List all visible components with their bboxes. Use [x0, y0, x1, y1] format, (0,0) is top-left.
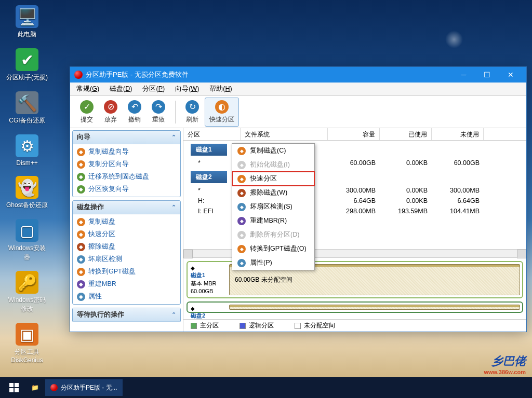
- cell: 6.64GB: [432, 197, 484, 204]
- disk-header[interactable]: 磁盘2: [191, 171, 227, 183]
- sidebar-link[interactable]: ◆属性: [77, 292, 176, 301]
- desktop-icon[interactable]: ⚙Dism++: [6, 134, 48, 167]
- collapse-icon[interactable]: ⌃: [171, 311, 176, 318]
- disk-map[interactable]: ◆磁盘2: [187, 301, 523, 313]
- sidebar-link[interactable]: ◆分区恢复向导: [77, 185, 176, 194]
- desktop: 🖥️此电脑✔分区助手(无损)🔨CGI备份还原⚙Dism++👻Ghost备份还原▢…: [0, 0, 532, 398]
- sidebar-link[interactable]: ◆复制磁盘向导: [77, 147, 176, 156]
- icon-glyph: ▢: [16, 219, 38, 242]
- start-button[interactable]: [3, 377, 25, 398]
- link-label: 复制磁盘向导: [88, 147, 129, 156]
- context-menu-item[interactable]: ◆转换到GPT磁盘(O): [232, 242, 314, 256]
- icon-label: 分区助手(无损): [6, 73, 48, 82]
- menu-icon: ◆: [237, 147, 246, 155]
- minimize-button[interactable]: ─: [452, 67, 475, 83]
- sidebar-link[interactable]: ◆迁移系统到固态磁盘: [77, 172, 176, 181]
- menu-icon: ◆: [237, 217, 246, 225]
- panel-header[interactable]: 向导 ⌃: [73, 131, 180, 144]
- menu-item[interactable]: 常规(G): [74, 84, 101, 94]
- panel-body: ◆复制磁盘◆快速分区◆擦除磁盘◆坏扇区检测◆转换到GPT磁盘◆重建MBR◆属性: [73, 214, 180, 304]
- sidebar-link[interactable]: ◆复制分区向导: [77, 160, 176, 169]
- cell: 298.00MB: [328, 208, 380, 215]
- context-menu-item[interactable]: ◆复制磁盘(C): [232, 144, 314, 158]
- link-label: 分区恢复向导: [88, 185, 129, 194]
- titlebar[interactable]: 分区助手PE版 - 无损分区免费软件 ─ ☐ ✕: [70, 67, 526, 83]
- desktop-icon[interactable]: 👻Ghost备份还原: [6, 176, 48, 210]
- toolbar-button[interactable]: ◐快速分区: [205, 98, 239, 127]
- svg-rect-3: [15, 388, 19, 392]
- disk-header[interactable]: 磁盘1: [191, 144, 227, 156]
- menu-icon: ◆: [237, 203, 246, 211]
- panel-header[interactable]: 等待执行的操作 ⌃: [73, 308, 180, 322]
- panel-body: ◆复制磁盘向导◆复制分区向导◆迁移系统到固态磁盘◆分区恢复向导: [73, 144, 180, 197]
- toolbar-label: 重做: [152, 115, 165, 124]
- toolbar-icon: ◐: [215, 100, 229, 114]
- desktop-icon[interactable]: 🔑Windows密码修改: [6, 271, 48, 313]
- menu-label: 复制磁盘(C): [250, 146, 286, 155]
- desktop-icon[interactable]: ▣分区工具DiskGenius: [6, 323, 48, 364]
- menu-item[interactable]: 磁盘(D): [108, 84, 134, 94]
- panel-header[interactable]: 磁盘操作 ⌃: [73, 201, 180, 214]
- toolbar-button[interactable]: ⊘放弃: [99, 98, 122, 127]
- context-menu-item[interactable]: ◆擦除磁盘(W): [232, 186, 314, 200]
- context-menu-item[interactable]: ◆重建MBR(R): [232, 214, 314, 228]
- context-menu-item[interactable]: ◆坏扇区检测(S): [232, 200, 314, 214]
- toolbar-button[interactable]: ↶撤销: [123, 98, 146, 127]
- toolbar-button[interactable]: ↻刷新: [181, 98, 204, 127]
- menu-label: 删除所有分区(D): [250, 230, 299, 239]
- disk-segment[interactable]: [229, 305, 520, 310]
- legend-label: 逻辑分区: [249, 321, 274, 330]
- sidebar-link[interactable]: ◆擦除磁盘: [77, 242, 176, 251]
- collapse-icon[interactable]: ⌃: [171, 134, 176, 141]
- menu-label: 擦除磁盘(W): [250, 188, 287, 197]
- toolbar: ✓提交⊘放弃↶撤销↷重做↻刷新◐快速分区: [70, 96, 526, 128]
- context-menu-item[interactable]: ◆属性(P): [232, 256, 314, 270]
- toolbar-button[interactable]: ↷重做: [147, 98, 170, 127]
- context-menu: ◆复制磁盘(C)◆初始化磁盘(I)◆快速分区◆擦除磁盘(W)◆坏扇区检测(S)◆…: [232, 143, 315, 270]
- menu-item[interactable]: 帮助(H): [207, 84, 234, 94]
- column-header[interactable]: 容量: [328, 128, 380, 140]
- column-header[interactable]: 分区: [183, 128, 241, 140]
- menu-icon: ◆: [237, 161, 246, 169]
- disk-info: ◆磁盘1基本 MBR60.00GB: [190, 264, 226, 295]
- lens-flare: [444, 29, 464, 50]
- desktop-icon[interactable]: 🖥️此电脑: [6, 5, 48, 39]
- taskbar-app[interactable]: 分区助手PE版 - 无...: [45, 379, 123, 396]
- menu-item[interactable]: 向导(W): [173, 84, 201, 94]
- svg-rect-1: [15, 383, 19, 387]
- context-menu-item: ◆删除所有分区(D): [232, 228, 314, 242]
- link-icon: ◆: [77, 218, 85, 226]
- icon-label: 此电脑: [18, 30, 36, 39]
- sidebar-link[interactable]: ◆重建MBR: [77, 280, 176, 289]
- column-header[interactable]: 未使用: [432, 128, 484, 140]
- table-header: 分区文件系统容量已使用未使用: [183, 128, 526, 141]
- toolbar-icon: ↶: [128, 100, 141, 114]
- desktop-icon[interactable]: ▢Windows安装器: [6, 219, 48, 262]
- column-header[interactable]: 文件系统: [241, 128, 328, 140]
- menu-icon: ◆: [237, 231, 246, 239]
- maximize-button[interactable]: ☐: [475, 67, 499, 83]
- disk-ops-panel: 磁盘操作 ⌃ ◆复制磁盘◆快速分区◆擦除磁盘◆坏扇区检测◆转换到GPT磁盘◆重建…: [72, 200, 181, 305]
- link-icon: ◆: [77, 160, 85, 169]
- taskbar-explorer[interactable]: 📁: [27, 379, 43, 396]
- link-label: 属性: [88, 292, 102, 301]
- menu-item[interactable]: 分区(P): [140, 84, 167, 94]
- desktop-icon[interactable]: 🔨CGI备份还原: [6, 91, 48, 125]
- column-header[interactable]: 已使用: [380, 128, 432, 140]
- toolbar-label: 刷新: [186, 115, 198, 124]
- link-icon: ◆: [77, 185, 85, 194]
- collapse-icon[interactable]: ⌃: [171, 204, 176, 211]
- close-button[interactable]: ✕: [499, 67, 522, 83]
- toolbar-button[interactable]: ✓提交: [75, 98, 98, 127]
- link-icon: ◆: [77, 255, 85, 264]
- legend-item: 逻辑分区: [240, 321, 274, 330]
- context-menu-item[interactable]: ◆快速分区: [232, 172, 314, 186]
- sidebar-link[interactable]: ◆转换到GPT磁盘: [77, 267, 176, 276]
- menu-label: 属性(P): [250, 258, 272, 267]
- legend-label: 未分配空间: [304, 321, 335, 330]
- sidebar-link[interactable]: ◆复制磁盘: [77, 217, 176, 226]
- desktop-icon[interactable]: ✔分区助手(无损): [6, 48, 48, 82]
- sidebar-link[interactable]: ◆快速分区: [77, 230, 176, 239]
- toolbar-icon: ↻: [185, 100, 199, 114]
- sidebar-link[interactable]: ◆坏扇区检测: [77, 255, 176, 264]
